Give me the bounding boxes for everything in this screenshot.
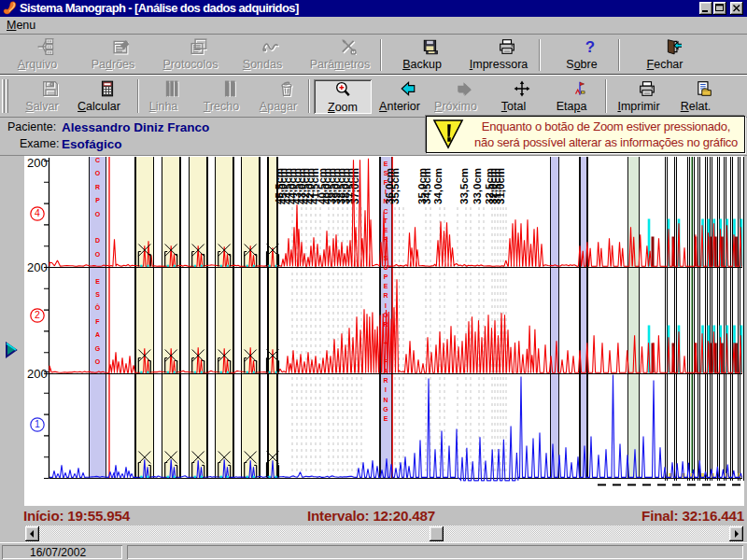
svg-text:O: O: [95, 358, 101, 365]
svg-text:O: O: [95, 170, 101, 176]
svg-text:200: 200: [27, 260, 48, 274]
svg-text:E: E: [95, 278, 100, 285]
svg-text:1: 1: [35, 418, 40, 429]
svg-text:E: E: [384, 161, 388, 167]
svg-text:C: C: [95, 157, 100, 163]
svg-text:35,5cm: 35,5cm: [389, 168, 401, 204]
svg-text:N: N: [383, 397, 388, 403]
svg-text:O: O: [95, 211, 101, 217]
svg-text:E: E: [384, 415, 388, 422]
svg-text:I: I: [385, 386, 387, 393]
svg-text:4: 4: [35, 207, 40, 218]
svg-text:D: D: [95, 237, 100, 244]
svg-text:31,0cm: 31,0cm: [495, 168, 506, 204]
svg-text:?: ?: [585, 38, 595, 55]
svg-text:I: I: [385, 302, 387, 309]
svg-text:34,0cm: 34,0cm: [432, 168, 444, 204]
svg-text:33,0cm: 33,0cm: [472, 168, 483, 204]
svg-text:F: F: [95, 318, 100, 325]
svg-text:R: R: [383, 377, 388, 384]
svg-text:33,5cm: 33,5cm: [458, 168, 470, 204]
svg-text:O: O: [95, 251, 101, 258]
svg-text:Ô: Ô: [95, 303, 101, 311]
svg-text:G: G: [383, 406, 388, 413]
svg-text:37,0cm: 37,0cm: [349, 168, 360, 204]
svg-text:E: E: [384, 283, 388, 289]
svg-text:R: R: [383, 292, 388, 299]
svg-text:2: 2: [35, 309, 40, 320]
svg-text:34,5cm: 34,5cm: [421, 168, 432, 204]
svg-text:G: G: [95, 345, 101, 352]
svg-text:200: 200: [27, 156, 48, 170]
svg-text:P: P: [384, 273, 388, 280]
svg-text:R: R: [95, 184, 100, 190]
svg-text:200: 200: [27, 367, 48, 381]
svg-text:A: A: [95, 331, 100, 338]
svg-text:S: S: [95, 291, 100, 298]
svg-text:P: P: [95, 197, 100, 203]
